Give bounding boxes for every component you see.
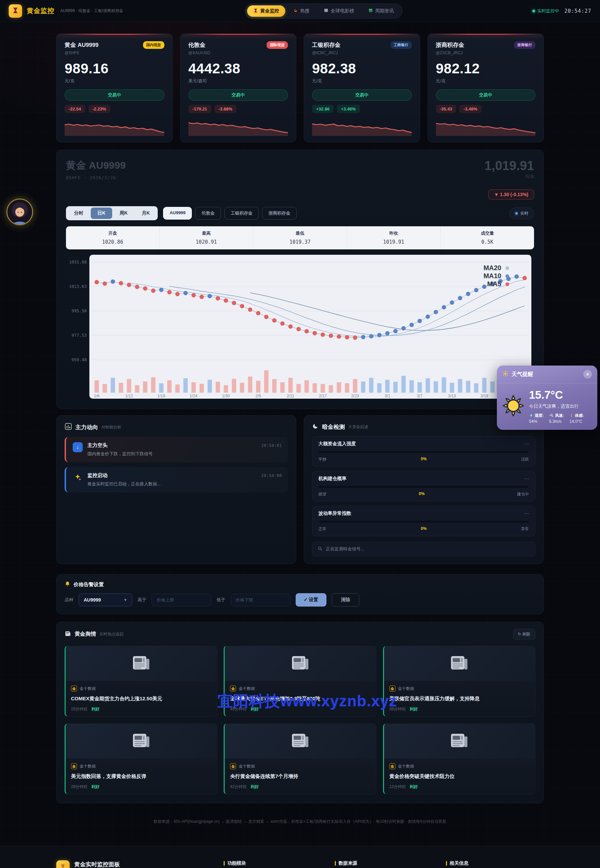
clear-alert-button[interactable]: 清除 [332, 593, 359, 606]
period-tab-周K[interactable]: 周K [113, 207, 134, 219]
price-unit: 元/克 [312, 78, 412, 84]
price-value: 982.12 [436, 60, 536, 77]
signal-title: 主力空头 [87, 442, 108, 449]
col-bar-icon [224, 861, 225, 866]
news-source: 金十数据 [239, 686, 255, 692]
svg-text:1/12: 1/12 [125, 394, 133, 398]
chart-change-badge: ▼ 1.30 (-0.13%) [488, 189, 534, 200]
svg-text:1/30: 1/30 [222, 394, 230, 398]
symbol-tab-伦敦金[interactable]: 伦敦金 [195, 207, 221, 219]
change-percent: -3.88% [215, 105, 236, 113]
chevron-down-icon: ▼ [124, 598, 127, 602]
period-tab-月K[interactable]: 月K [135, 207, 156, 219]
signal-item: 监控启动 20:54:00 黄金实时监控已启动，正在接入数据... [65, 467, 288, 492]
panel-subtitle: 大资金踪迹 [348, 424, 368, 430]
alert-form: 品种 AU9999 ▼ 高于 低于 ✓ 设置 清除 [65, 593, 535, 606]
price-card[interactable]: 伦敦金 国际现货 @XAU/USD 4442.38 美元/盎司 交易中 -179… [180, 33, 297, 142]
period-tab-分时[interactable]: 分时 [67, 207, 90, 219]
news-article[interactable]: 金 金十数据 全球最大黄金ETF持仓增加2.3吨至870吨 45分钟前 利好 [224, 646, 376, 717]
nav-tabs: 黄金监控热搜全球电影榜周期资讯 [163, 3, 484, 19]
svg-text:2/23: 2/23 [351, 394, 359, 398]
change-value: +32.86 [312, 105, 333, 113]
status-dot-icon [532, 10, 535, 12]
nav-tab-黄金监控[interactable]: 黄金监控 [247, 5, 285, 17]
svg-text:2/5: 2/5 [256, 394, 261, 398]
footer-logo [56, 860, 70, 868]
market-badge: 国内现货 [143, 41, 164, 49]
medal-icon [12, 7, 19, 15]
monitor-status: 实时监控中 [532, 8, 559, 14]
news-sentiment-tag: 利好 [251, 706, 259, 712]
bar-chart-icon [65, 423, 72, 431]
analysis-panels: 主力动向 AI智能分析 ↓ 主力空头 20:54:01 国内黄金价下跌，监控到下… [56, 415, 544, 564]
signal-time: 20:54:01 [261, 443, 282, 448]
news-article[interactable]: 金 金十数据 央行黄金储备连续第7个月增持 42分钟前 利好 [224, 723, 376, 794]
news-article[interactable]: 金 金十数据 COMEX黄金期货主力合约上涨12.50美元 15分钟前 利好 [65, 646, 217, 717]
sun-big-icon [502, 395, 524, 418]
price-card[interactable]: 浙商积存金 浙商银行 @ZSCB_JRCJ 982.12 元/克 交易中 -35… [427, 33, 544, 142]
svg-text:1013.63: 1013.63 [69, 284, 87, 289]
price-card[interactable]: 黄金 AU9999 国内现货 @SHFE 989.16 元/克 交易中 -22.… [56, 33, 173, 142]
close-icon[interactable]: × [583, 370, 592, 379]
instrument-code: @XAU/USD [188, 51, 288, 55]
sparkline-chart [436, 118, 536, 136]
live-dot-icon [515, 212, 518, 215]
datasource-note: 数据来源：60s-API(huangjinjiage.cn) → 新浪财经 → … [56, 819, 544, 824]
symbol-tab-工银积存金[interactable]: 工银积存金 [224, 207, 259, 219]
price-value: 989.16 [65, 60, 164, 77]
set-alert-button[interactable]: ✓ 设置 [295, 593, 326, 606]
price-alert-card: 价格告警设置 品种 AU9999 ▼ 高于 低于 ✓ 设置 清除 [56, 574, 544, 614]
news-article[interactable]: 金 金十数据 美联储官员表示通胀压力缓解，支持降息 38分钟前 利好 [383, 646, 535, 717]
change-percent: -3.48% [459, 105, 481, 113]
market-badge: 工商银行 [390, 41, 412, 49]
sun-icon [502, 370, 509, 378]
below-label: 低于 [217, 597, 225, 603]
news-source: 金十数据 [398, 686, 414, 692]
nav-brand-block: 黄金监控 AU9999 · 伦敦金 · 工银/浙商积存金 [9, 5, 163, 18]
weather-temp: 15.7°C [529, 389, 592, 401]
newspaper-icon [65, 630, 71, 638]
price-unit: 元/克 [436, 78, 536, 84]
nav-tab-热搜[interactable]: 热搜 [287, 5, 316, 17]
news-section: 黄金舆情 实时热点追踪 ↻ 刷新 金 金十数据 COMEX黄金期货主力合约上涨1… [56, 622, 544, 803]
assistant-avatar[interactable] [8, 200, 32, 224]
svg-text:MA10: MA10 [483, 272, 501, 280]
symbol-tab-浙商积存金[interactable]: 浙商积存金 [262, 207, 297, 219]
droplet-icon [529, 413, 533, 418]
main-chart-card: 黄金 AU9999 @SHFE · 2026/3/26 1,019.91 元/克… [56, 150, 544, 409]
weather-stat: 湿度: 54% [529, 413, 544, 424]
candlestick-chart[interactable]: 1031.681013.63995.58977.53959.48MA20MA10… [66, 255, 534, 399]
news-time: 28分钟前 [71, 784, 87, 790]
signal-desc: 黄金实时监控已启动，正在接入数据... [87, 481, 282, 487]
period-tab-日K[interactable]: 日K [91, 207, 112, 219]
news-article[interactable]: 金 金十数据 美元指数回落，支撑黄金价格反弹 28分钟前 利好 [65, 723, 217, 794]
main-force-panel: 主力动向 AI智能分析 ↓ 主力空头 20:54:01 国内黄金价下跌，监控到下… [56, 415, 296, 564]
news-sentiment-tag: 利好 [91, 706, 100, 712]
upper-price-input[interactable] [152, 594, 211, 606]
chart-meta: @SHFE · 2026/3/26 [66, 175, 126, 180]
weather-desc: 今日天气凉爽，适宜出行 [529, 403, 592, 410]
news-article[interactable]: 金 金十数据 黄金价格突破关键技术阻力位 12分钟前 利好 [383, 723, 535, 794]
svg-text:995.58: 995.58 [72, 308, 87, 313]
price-card[interactable]: 工银积存金 工商银行 @ICBC_JRCJ 982.38 元/克 交易中 +32… [304, 33, 420, 142]
lower-price-input[interactable] [231, 594, 290, 606]
symbol-select[interactable]: AU9999 ▼ [79, 593, 132, 606]
news-sentiment-tag: 利好 [410, 784, 418, 790]
instrument-name: 浙商积存金 [436, 41, 464, 49]
symbol-tab-AU9999[interactable]: AU9999 [163, 207, 192, 219]
gauge-high-label: 异常 [521, 526, 529, 532]
nav-tab-周期资讯[interactable]: 周期资讯 [362, 5, 400, 17]
sparkline-chart [312, 118, 412, 136]
refresh-button[interactable]: ↻ 刷新 [513, 629, 535, 640]
gauge-波动率异常指数: 波动率异常指数— 正常 0% 异常 [312, 506, 535, 536]
session-badge: 交易中 [188, 89, 288, 101]
app-logo[interactable] [9, 5, 22, 18]
footer-col-数据来源: 数据来源 上海期货交易所工商银行浙商银行金十数据 [335, 860, 433, 868]
top-nav: 黄金监控 AU9999 · 伦敦金 · 工银/浙商积存金 黄金监控热搜全球电影榜… [0, 0, 600, 22]
nav-tab-全球电影榜[interactable]: 全球电影榜 [318, 5, 360, 17]
ohlc-stats: 开盘1020.86 最高1020.91 最低1019.37 昨收1019.91 … [66, 226, 534, 250]
chart-price: 1,019.91 [485, 159, 534, 173]
newspaper-thumb-icon [132, 732, 151, 750]
news-title: 黄金舆情 [75, 631, 96, 638]
market-badge: 浙商银行 [514, 41, 535, 49]
